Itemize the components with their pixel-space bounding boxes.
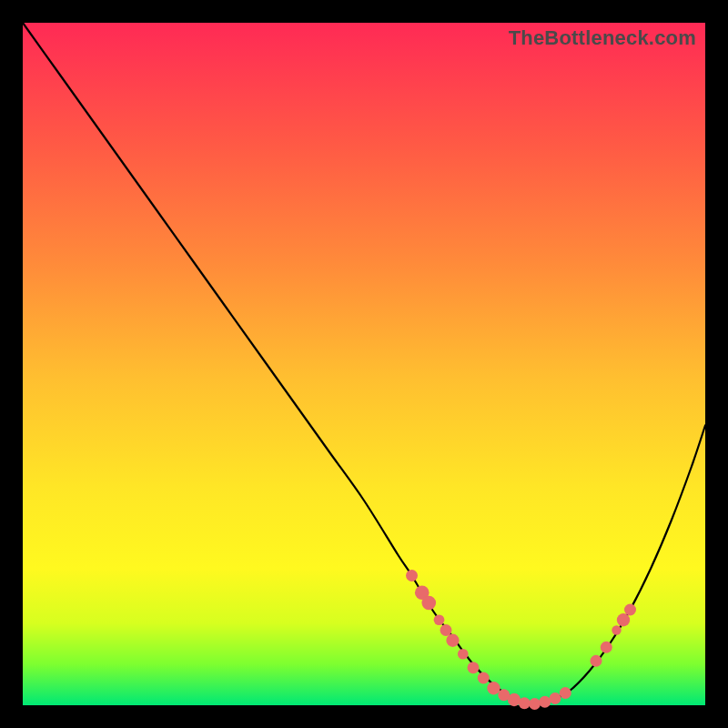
marker-group: [406, 570, 636, 710]
data-marker: [612, 625, 621, 634]
data-marker: [434, 614, 445, 625]
data-marker: [519, 697, 531, 709]
data-marker: [458, 649, 469, 660]
data-marker: [539, 696, 551, 708]
data-marker: [601, 642, 612, 653]
data-marker: [624, 604, 636, 616]
data-marker: [560, 687, 571, 699]
data-marker: [487, 682, 500, 694]
chart-svg: [23, 23, 705, 705]
chart-plot-area: TheBottleneck.com: [23, 23, 705, 705]
data-marker: [550, 693, 561, 704]
data-marker: [617, 613, 630, 626]
data-marker: [468, 662, 480, 673]
data-marker: [421, 596, 436, 611]
data-marker: [478, 672, 490, 684]
data-marker: [529, 698, 541, 710]
bottleneck-curve: [23, 23, 705, 705]
data-marker: [406, 570, 418, 581]
data-marker: [440, 624, 452, 636]
data-marker: [446, 634, 459, 647]
data-marker: [591, 655, 602, 667]
